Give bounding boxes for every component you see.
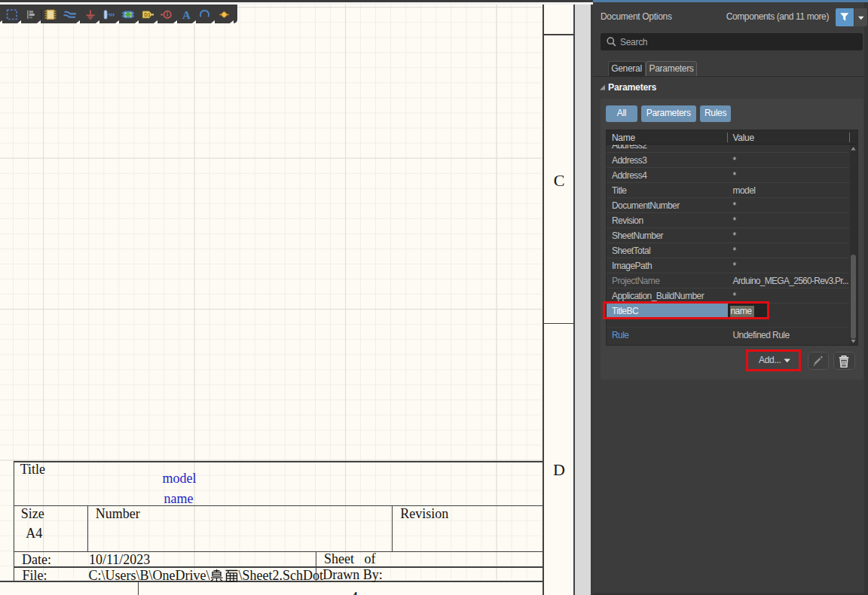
svg-text:A: A bbox=[182, 9, 191, 21]
svg-text:D1: D1 bbox=[144, 12, 151, 17]
